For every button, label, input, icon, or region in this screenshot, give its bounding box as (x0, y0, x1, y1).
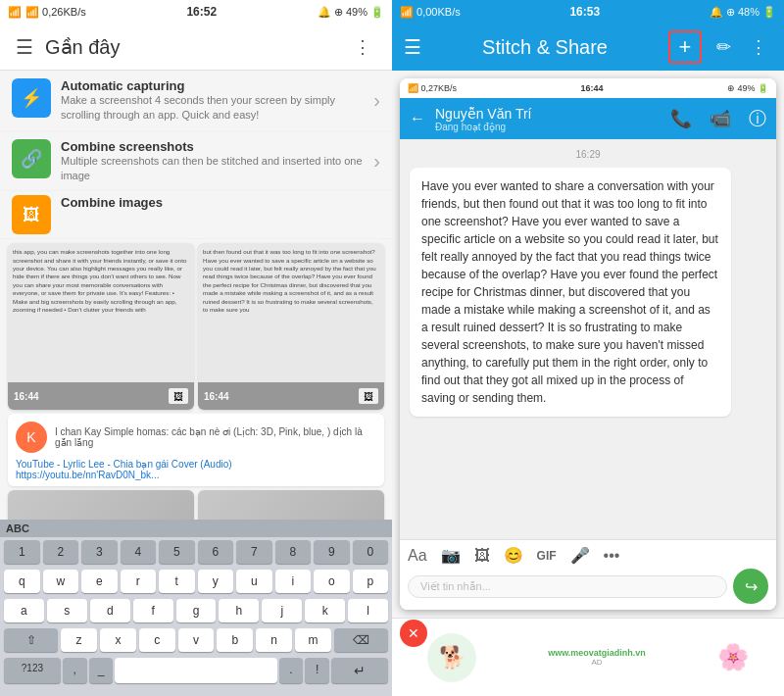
key-a[interactable]: a (4, 599, 44, 622)
key-4[interactable]: 4 (121, 540, 157, 564)
key-3[interactable]: 3 (81, 540, 118, 564)
inner-icon-gif[interactable]: GIF (537, 549, 557, 563)
feature-combine[interactable]: 🔗 Combine screenshots Multiple screensho… (0, 131, 392, 192)
right-ss-footer: 16:44 🖼 (198, 382, 384, 410)
right-edit-icon[interactable]: ✏ (710, 33, 737, 61)
key-comma[interactable]: , (63, 658, 87, 683)
key-enter[interactable]: ↵ (331, 658, 388, 683)
inner-icon-mic[interactable]: 🎤 (570, 546, 590, 565)
combine-title: Combine screenshots (61, 139, 364, 154)
key-p[interactable]: p (353, 570, 389, 593)
bottom-ss-left[interactable]: 12:43 🖼 (8, 490, 194, 520)
left-speed: 📶 0,26KB/s (25, 6, 86, 19)
long-screenshot-right[interactable]: but then found out that it was too long … (198, 243, 384, 410)
left-more-icon[interactable]: ⋮ (349, 33, 376, 61)
key-8[interactable]: 8 (275, 540, 312, 564)
chat-link-text[interactable]: YouTube - Lyrlic Lee - Chia bạn gái Cove… (16, 457, 376, 482)
inner-icon-more[interactable]: ••• (604, 547, 620, 565)
left-menu-icon[interactable]: ☰ (16, 35, 33, 59)
inner-toolbar-icons: Aa 📷 🖼 😊 GIF 🎤 ••• (408, 546, 768, 569)
key-g[interactable]: g (176, 599, 217, 622)
key-q[interactable]: q (4, 570, 40, 593)
key-o[interactable]: o (314, 570, 350, 593)
left-statusbar: 📶 📶 0,26KB/s 16:52 🔔 ⊕ 49% 🔋 (0, 0, 392, 24)
key-5[interactable]: 5 (159, 540, 195, 564)
feature-combine-images[interactable]: 🖼 Combine images (0, 191, 392, 239)
ad-close-button[interactable]: ✕ (400, 620, 427, 647)
inner-icon-aa[interactable]: Aa (408, 547, 427, 565)
ad-flower-emoji: 🌸 (717, 642, 749, 672)
auto-capture-text: Automatic capturing Make a screenshot 4 … (61, 78, 364, 123)
long-screenshots-row: this app, you can make screenshots toget… (8, 243, 384, 410)
combine-text: Combine screenshots Multiple screenshots… (61, 139, 364, 183)
key-0[interactable]: 0 (353, 540, 389, 564)
key-m[interactable]: m (295, 628, 331, 652)
key-h[interactable]: h (219, 599, 259, 622)
key-x[interactable]: x (100, 628, 136, 652)
keyboard-row-numbers: 1 2 3 4 5 6 7 8 9 0 (0, 537, 392, 567)
auto-capture-desc: Make a screenshot 4 seconds then your sc… (61, 93, 364, 123)
inner-text-field[interactable]: Viết tin nhắn... (408, 575, 727, 598)
right-toolbar: ☰ Stitch & Share + ✏ ⋮ (392, 24, 784, 71)
combine-desc: Multiple screenshots can then be stitche… (61, 154, 364, 183)
key-6[interactable]: 6 (198, 540, 234, 564)
long-screenshot-left[interactable]: this app, you can make screenshots toget… (8, 243, 194, 410)
add-button[interactable]: + (668, 30, 702, 64)
right-more-icon[interactable]: ⋮ (745, 33, 772, 61)
key-j[interactable]: j (262, 599, 302, 622)
bottom-ss-right[interactable]: 1:20 🖼 (198, 490, 384, 520)
left-ss-img-icon: 🖼 (169, 388, 188, 404)
key-l[interactable]: l (348, 599, 388, 622)
inner-back-icon[interactable]: ← (410, 110, 425, 127)
inner-video-icon[interactable]: 📹 (710, 108, 731, 129)
key-2[interactable]: 2 (43, 540, 79, 564)
key-c[interactable]: c (139, 628, 175, 652)
inner-icon-camera[interactable]: 📷 (441, 546, 461, 565)
key-r[interactable]: r (121, 570, 157, 593)
inner-chat-toolbar: ← Nguyễn Văn Trí Đang hoạt động 📞 📹 ⓘ (400, 98, 776, 139)
ad-website-text: www.meovatgiadinh.vn (548, 648, 646, 658)
chat-preview[interactable]: K I chan Kay Simple homas: các bạn nè ơi… (8, 414, 384, 486)
key-symbols[interactable]: ?123 (4, 658, 61, 683)
key-t[interactable]: t (159, 570, 195, 593)
key-period[interactable]: . (279, 658, 304, 683)
key-1[interactable]: 1 (4, 540, 40, 564)
key-f[interactable]: f (133, 599, 173, 622)
inner-call-icon[interactable]: 📞 (670, 108, 692, 129)
key-s[interactable]: s (47, 599, 87, 622)
keyboard-area: ABC 1 2 3 4 5 6 7 8 9 0 q w e r t y u i … (0, 520, 392, 696)
inner-icon-image[interactable]: 🖼 (474, 547, 490, 565)
key-n[interactable]: n (256, 628, 292, 652)
inner-statusbar: 📶 0,27KB/s 16:44 ⊕ 49% 🔋 (400, 78, 776, 98)
feature-auto-capture[interactable]: ⚡ Automatic capturing Make a screenshot … (0, 71, 392, 131)
key-e[interactable]: e (81, 570, 118, 593)
key-w[interactable]: w (43, 570, 79, 593)
inner-icon-emoji[interactable]: 😊 (504, 546, 523, 565)
key-i[interactable]: i (275, 570, 312, 593)
key-underscore[interactable]: _ (89, 658, 114, 683)
key-shift[interactable]: ⇧ (4, 628, 58, 652)
key-u[interactable]: u (236, 570, 272, 593)
key-k[interactable]: k (305, 599, 345, 622)
key-y[interactable]: y (198, 570, 234, 593)
message-time: 16:29 (410, 149, 766, 160)
key-b[interactable]: b (217, 628, 253, 652)
long-screenshot-left-text: this app, you can make screenshots toget… (8, 243, 194, 382)
right-statusbar: 📶 0,00KB/s 16:53 🔔 ⊕ 48% 🔋 (392, 0, 784, 24)
key-z[interactable]: z (61, 628, 97, 652)
chat-avatar: K (16, 422, 47, 453)
key-exclaim[interactable]: ! (305, 658, 329, 683)
right-time: 16:53 (569, 5, 600, 19)
ad-area: ✕ 🐕 www.meovatgiadinh.vn AD 🌸 (392, 618, 784, 696)
key-backspace[interactable]: ⌫ (334, 628, 388, 652)
inner-contact-name: Nguyễn Văn Trí (435, 106, 661, 122)
key-v[interactable]: v (178, 628, 215, 652)
key-7[interactable]: 7 (236, 540, 272, 564)
key-9[interactable]: 9 (314, 540, 350, 564)
key-space[interactable] (115, 658, 276, 683)
combine-icon: 🔗 (12, 139, 51, 178)
inner-info-icon[interactable]: ⓘ (749, 107, 766, 130)
send-button[interactable]: ↪ (733, 569, 768, 604)
key-d[interactable]: d (90, 599, 130, 622)
right-menu-icon[interactable]: ☰ (404, 35, 421, 59)
